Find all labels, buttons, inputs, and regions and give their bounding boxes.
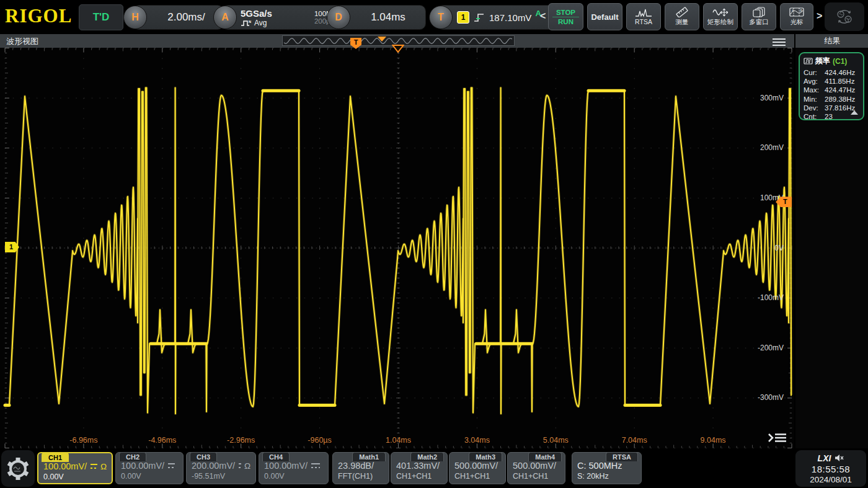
- dc-coupling-icon: [168, 463, 175, 469]
- toolbar-scroll-left[interactable]: <: [540, 11, 546, 22]
- channel-scale: 100.00mV/: [121, 461, 164, 471]
- math-scale: 23.98dB/: [338, 461, 384, 471]
- mute-speaker-icon: [835, 454, 844, 462]
- svg-text:0V: 0V: [774, 244, 784, 252]
- mode-switch-button[interactable]: [825, 2, 864, 31]
- math-scale: 500.00mV/: [513, 461, 560, 471]
- delay-knob[interactable]: D: [327, 6, 350, 29]
- channel-offset: 0.00V: [43, 472, 107, 481]
- windows-stack-icon: [752, 7, 766, 17]
- impedance-label: Ω: [100, 462, 107, 471]
- channel-scale: 100.00mV/: [264, 461, 308, 471]
- channel-scale: 200.00mV/: [192, 461, 235, 471]
- math-card-math3[interactable]: Math3 500.00mV/ CH1+CH1: [449, 452, 506, 484]
- channel-tab[interactable]: CH4: [262, 452, 290, 461]
- channel-card-ch4[interactable]: CH4 100.00mV/ 0.00V: [259, 452, 329, 484]
- measurement-source: (C1): [833, 57, 847, 66]
- run-label: RUN: [558, 17, 574, 25]
- math-card-math1[interactable]: Math1 23.98dB/ FFT(CH1): [332, 452, 389, 484]
- view-title: 波形视图: [6, 36, 38, 47]
- math-tab[interactable]: Math3: [469, 452, 502, 461]
- top-status-bar: RIGOL T'D 2.00ms/ H 5GSa/s N Avg 100Mpts…: [0, 0, 868, 34]
- stat-label: Avg:: [804, 77, 825, 86]
- trigger-source-badge: 1: [457, 11, 469, 24]
- trigger-knob[interactable]: T: [429, 6, 453, 29]
- results-panel: 结果 频率(C1) Cur:424.46Hz Avg:411.85Hz Max:…: [794, 34, 868, 448]
- svg-text:1.04ms: 1.04ms: [386, 436, 411, 445]
- stat-value: 411.85Hz: [825, 77, 854, 86]
- default-button[interactable]: Default: [587, 3, 622, 30]
- gear-icon: [4, 454, 32, 484]
- math-card-math2[interactable]: Math2 401.33mV/ CH1+CH1: [391, 452, 448, 484]
- svg-text:200mV: 200mV: [760, 143, 784, 152]
- settings-button[interactable]: [1, 450, 35, 487]
- svg-text:-2.96ms: -2.96ms: [227, 436, 255, 445]
- measurement-icon: [804, 58, 813, 64]
- system-date: 2024/08/01: [810, 475, 852, 484]
- stop-run-button[interactable]: STOP RUN: [548, 3, 583, 30]
- channel-card-ch1[interactable]: CH1 100.00mV/Ω 0.00V: [37, 452, 113, 484]
- collapse-arrow-icon[interactable]: [851, 110, 858, 115]
- channel-tab[interactable]: CH3: [190, 452, 217, 461]
- rtsa-tab[interactable]: RTSA: [606, 452, 638, 461]
- delay-value: 1.04ms: [371, 11, 405, 24]
- cursor-label: 光标: [790, 18, 804, 27]
- stat-value: 424.46Hz: [825, 68, 855, 77]
- acquire-mode: Avg: [254, 19, 267, 27]
- measure-button[interactable]: 测量: [665, 3, 699, 30]
- system-time: 18:55:58: [812, 464, 850, 474]
- rect-draw-button[interactable]: 矩形绘制: [703, 3, 738, 30]
- cursor-icon: A B: [789, 7, 805, 17]
- svg-text:5.04ms: 5.04ms: [543, 436, 569, 445]
- toolbar-scroll-right[interactable]: >: [817, 11, 822, 22]
- math-tab[interactable]: Math2: [410, 452, 444, 461]
- measurement-card[interactable]: 频率(C1) Cur:424.46Hz Avg:411.85Hz Max:424…: [799, 52, 864, 120]
- impedance-label: Ω: [244, 461, 250, 471]
- multi-window-button[interactable]: 多窗口: [742, 3, 776, 30]
- overview-trigger-marker[interactable]: [378, 37, 386, 42]
- stat-label: Cnt:: [804, 112, 825, 121]
- svg-text:-960µs: -960µs: [308, 436, 331, 445]
- math-tab[interactable]: Math1: [352, 452, 386, 461]
- expand-menu-icon[interactable]: [767, 432, 788, 444]
- math-scale: 401.33mV/: [396, 461, 442, 471]
- stop-label: STOP: [552, 8, 579, 17]
- channel-card-ch3[interactable]: CH3 200.00mV/Ω -95.51mV: [186, 452, 256, 484]
- acquire-knob[interactable]: A: [213, 6, 237, 29]
- mode-cycle-icon: [834, 7, 855, 27]
- cursor-button[interactable]: A B 光标: [780, 3, 813, 30]
- avg-pulse-icon: N: [241, 19, 252, 27]
- stat-label: Min:: [804, 95, 825, 104]
- math-scale: 500.00mV/: [454, 461, 500, 471]
- svg-text:300mV: 300mV: [760, 94, 784, 102]
- horizontal-reference-marker[interactable]: [392, 45, 404, 53]
- lxi-label: LXI: [818, 453, 831, 463]
- system-status-box[interactable]: LXI 18:55:58 2024/08/01: [795, 450, 866, 487]
- rtsa-card[interactable]: RTSA C: 500MHz S: 20kHz: [572, 452, 642, 484]
- waveform-display-area[interactable]: 300mV200mV100mV0V-100mV-200mV-300mV-6.96…: [0, 48, 794, 448]
- rigol-logo: RIGOL: [5, 5, 72, 27]
- rtsa-button[interactable]: RTSA: [626, 3, 661, 30]
- horizontal-scale-value: 2.00ms/: [167, 11, 205, 24]
- menu-icon[interactable]: [773, 37, 786, 48]
- channel-card-ch2[interactable]: CH2 100.00mV/ 0.00V: [115, 452, 184, 484]
- trigger-status-indicator[interactable]: T'D: [79, 4, 123, 30]
- math-source: CH1+CH1: [454, 472, 500, 481]
- svg-text:-200mV: -200mV: [758, 344, 784, 352]
- trigger-level-value: 187.10mV: [489, 12, 531, 23]
- dc-coupling-icon: [239, 463, 241, 469]
- horizontal-knob[interactable]: H: [123, 6, 147, 29]
- channel-tab[interactable]: CH2: [119, 452, 146, 461]
- svg-text:3.04ms: 3.04ms: [464, 436, 490, 445]
- rtsa-center-freq: C: 500MHz: [577, 461, 636, 471]
- svg-text:-100mV: -100mV: [758, 293, 784, 302]
- multi-window-label: 多窗口: [749, 18, 769, 27]
- svg-text:7.04ms: 7.04ms: [622, 436, 647, 445]
- channel-offset: -95.51mV: [192, 472, 250, 481]
- svg-text:-6.96ms: -6.96ms: [69, 436, 97, 445]
- stat-value: 23: [825, 112, 833, 121]
- math-card-math4[interactable]: Math4 500.00mV/ CH1+CH1: [507, 452, 565, 484]
- math-tab[interactable]: Math4: [528, 452, 562, 461]
- math-source: CH1+CH1: [396, 472, 442, 481]
- channel-tab[interactable]: CH1: [42, 453, 69, 462]
